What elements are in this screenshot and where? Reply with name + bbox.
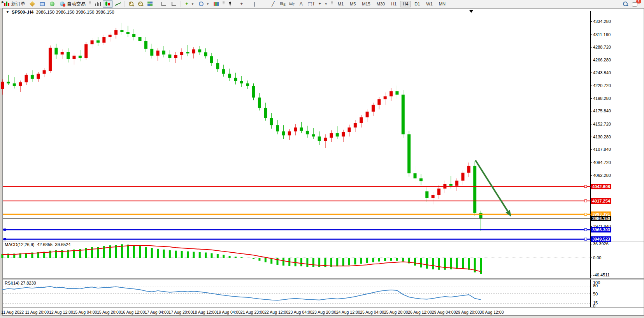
toolbar-separator (248, 1, 248, 7)
tile-windows-button[interactable] (145, 0, 155, 8)
candle-body (390, 91, 393, 96)
candle-body (419, 178, 423, 181)
candle-body (25, 75, 28, 82)
macd-histogram-bar (360, 258, 362, 264)
macd-histogram-bar (181, 251, 183, 258)
hline-price-tag: 3949.523 (591, 236, 611, 242)
candle-body (162, 51, 165, 54)
timeframe-m5[interactable]: M5 (347, 1, 358, 7)
line-chart-button[interactable] (113, 0, 123, 8)
add-indicator-icon: + (184, 1, 189, 7)
text-button[interactable]: A (297, 0, 306, 8)
trend-arrow-annotation[interactable] (476, 160, 508, 211)
candle-body (276, 125, 279, 131)
macd-histogram-bar (384, 258, 386, 261)
clock-icon (199, 2, 204, 6)
last-bar-marker-icon (469, 10, 473, 13)
chart-shift-button[interactable] (169, 0, 179, 8)
terminal-button[interactable] (37, 0, 47, 8)
candle-body (198, 49, 201, 52)
candle-body (37, 74, 40, 79)
horizontal-line-button[interactable]: — (259, 0, 268, 8)
terminal-window-icon (40, 2, 45, 6)
trendline-button[interactable]: ╱ (268, 0, 278, 8)
candle-body (174, 55, 177, 58)
line-handle[interactable] (4, 229, 6, 231)
line-handle[interactable] (584, 185, 587, 188)
timeframe-m15[interactable]: M15 (359, 1, 373, 7)
bid-price-tag: 3986.150 (591, 216, 611, 221)
trendline-icon: ╱ (270, 1, 276, 7)
timeframe-group: M1M5M15M30H1H4D1W1MN (335, 1, 449, 7)
candle-body (282, 131, 285, 135)
cursor-button[interactable] (226, 0, 237, 8)
arrows-button[interactable]: ✦▼ (315, 0, 330, 8)
time-axis-label: 11 Aug 20:00 (25, 310, 49, 315)
macd-histogram-bar (211, 253, 212, 258)
candle-body (1, 82, 4, 89)
line-handle[interactable] (4, 238, 6, 240)
macd-histogram-bar (420, 258, 422, 267)
line-handle[interactable] (584, 213, 587, 215)
signals-button[interactable] (47, 0, 57, 8)
chart-dropdown-icon[interactable]: ▼ (6, 10, 9, 14)
periods-button[interactable]: ▼ (196, 0, 211, 8)
price-tick-label: 4266.280 (593, 58, 611, 62)
line-handle[interactable] (584, 238, 587, 240)
timeframe-mn[interactable]: MN (436, 1, 448, 7)
new-order-button[interactable]: 新订单 (2, 0, 27, 8)
trend-arrow-head[interactable] (505, 210, 511, 217)
auto-trading-button[interactable]: 自动交易 (57, 0, 88, 8)
zoom-in-button[interactable]: + (126, 0, 136, 8)
cursor-icon (229, 1, 234, 7)
timeframe-h1[interactable]: H1 (388, 1, 399, 7)
templates-button[interactable] (211, 0, 221, 8)
auto-scroll-button[interactable] (159, 0, 169, 8)
time-axis-label: 25 Aug 20:00 (384, 310, 408, 315)
zoom-out-button[interactable]: − (136, 0, 145, 8)
search-button[interactable] (621, 0, 630, 8)
macd-histogram-bar (235, 257, 237, 258)
timeframe-m30[interactable]: M30 (374, 1, 388, 7)
time-axis-label: 17 Aug 04:00 (145, 310, 169, 315)
text-label-button[interactable]: ⬚T (306, 0, 315, 8)
macd-histogram-bar (300, 258, 302, 266)
timeframe-d1[interactable]: D1 (412, 1, 423, 7)
candle-body (336, 133, 339, 136)
candle-body (288, 131, 291, 135)
macd-histogram-bar (312, 258, 314, 267)
notifications-button[interactable]: 1 (630, 0, 639, 8)
toolbar-separator (181, 1, 181, 7)
timeframe-h4[interactable]: H4 (400, 1, 411, 7)
equidistant-channel-icon: ▨E (280, 1, 285, 7)
time-axis-label: 17 Aug 20:00 (168, 310, 193, 315)
macd-histogram-bar (372, 258, 374, 262)
line-handle[interactable] (584, 229, 587, 231)
line-handle[interactable] (584, 200, 587, 202)
timeframe-m1[interactable]: M1 (335, 1, 346, 7)
text-icon: A (298, 1, 304, 7)
toolbar-separator (157, 1, 157, 7)
vertical-line-button[interactable]: | (250, 0, 259, 8)
fibonacci-button[interactable]: ▤F (287, 0, 297, 8)
indicators-button[interactable]: +▼ (182, 0, 196, 8)
macd-histogram-bar (139, 246, 141, 258)
candle-body (97, 40, 100, 43)
timeframe-w1[interactable]: W1 (423, 1, 435, 7)
macd-histogram-bar (205, 253, 207, 258)
bar-chart-button[interactable] (93, 0, 103, 8)
crosshair-button[interactable]: + (237, 0, 246, 8)
macd-histogram-bar (240, 257, 242, 258)
chart-canvas[interactable] (0, 0, 644, 318)
trade-panel-button[interactable] (27, 0, 37, 8)
candle-body (395, 91, 398, 95)
macd-histogram-bar (306, 258, 308, 267)
new-order-icon (4, 1, 10, 7)
time-axis-label: 23 Aug 04:00 (288, 310, 312, 315)
price-tick-label: 4198.280 (593, 96, 611, 101)
channel-button[interactable]: ▨E (278, 0, 287, 8)
candle-body (264, 108, 267, 118)
candlestick-chart-button[interactable] (103, 0, 113, 8)
candle-body (234, 78, 237, 81)
zoom-in-icon: + (128, 1, 134, 7)
